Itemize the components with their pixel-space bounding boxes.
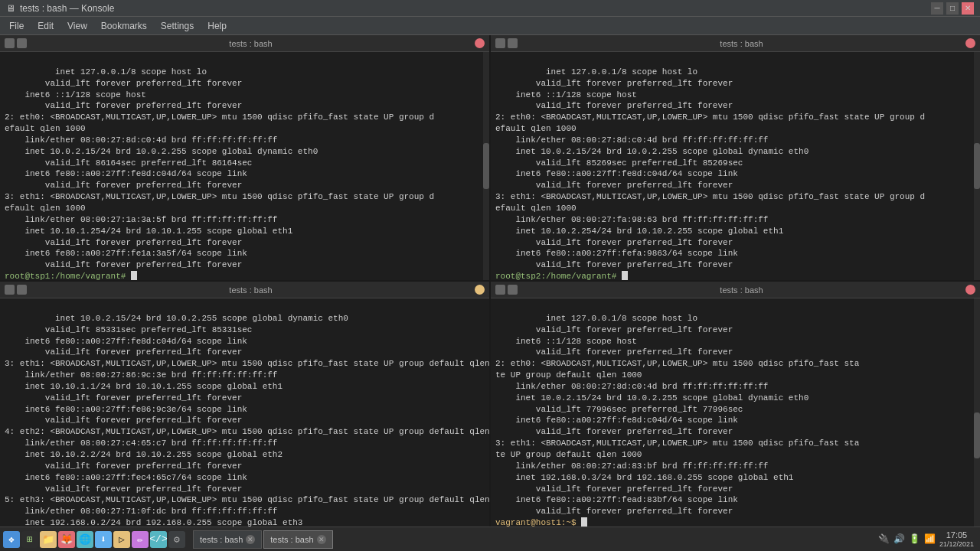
pane-top-right-content[interactable]: inet 127.0.0.1/8 scope host lo valid_lft… <box>491 52 980 280</box>
terminal-output: inet 127.0.0.1/8 scope host lo valid_lft… <box>5 67 434 269</box>
app-browser2-icon[interactable]: 🌐 <box>77 531 93 548</box>
app-editor-icon[interactable]: ✏ <box>132 531 149 548</box>
app-launcher-icon[interactable]: ❖ <box>3 531 20 548</box>
scrollbar-thumb-bottom-right[interactable] <box>974 412 980 458</box>
pane-expand-icon-2[interactable] <box>495 38 505 48</box>
pane-bottom-left: tests : bash inet 10.0.2.15/24 brd 10.0.… <box>0 282 489 527</box>
menu-settings[interactable]: Settings <box>155 19 200 33</box>
pane-close-icon-2[interactable] <box>965 38 975 48</box>
panes-container: tests : bash inet 127.0.0.1/8 scope host… <box>0 35 980 527</box>
pane-bottom-left-controls-right <box>475 285 485 295</box>
pane-expand-icon[interactable] <box>5 38 15 48</box>
pane-split-icon[interactable] <box>17 38 27 48</box>
terminal-output-4: inet 127.0.0.1/8 scope host lo valid_lft… <box>495 314 859 516</box>
pane-bottom-left-header: tests : bash <box>0 282 489 298</box>
prompt-top-left: root@tsp1:/home/vagrant# <box>5 272 126 280</box>
taskbar: ❖ ⊞ 📁 🦊 🌐 ⬇ ▷ ✏ </> ⚙ tests : bash ✕ tes… <box>0 527 980 551</box>
app-browser1-icon[interactable]: 🦊 <box>58 531 75 548</box>
pane-top-right-title: tests : bash <box>518 39 965 48</box>
tray-time-value: 17:05 <box>939 530 974 540</box>
pane-split-icon-2[interactable] <box>508 38 518 48</box>
system-tray: 🔌 🔊 🔋 📶 17:05 21/12/2021 <box>878 530 977 549</box>
pane-expand-icon-4[interactable] <box>495 285 505 295</box>
prompt-top-right: root@tsp2:/home/vagrant# <box>495 272 616 280</box>
title-bar: 🖥 tests : bash — Konsole ─ □ ✕ <box>0 0 980 17</box>
pane-bottom-left-controls-left <box>5 285 27 295</box>
tray-clock: 17:05 21/12/2021 <box>939 530 974 549</box>
pane-bottom-right-title: tests : bash <box>518 285 965 295</box>
window-title: tests : bash — Konsole <box>20 3 114 14</box>
taskbar-tab-1[interactable]: tests : bash ✕ <box>263 530 332 549</box>
pane-bottom-left-title: tests : bash <box>27 285 475 295</box>
title-bar-left: 🖥 tests : bash — Konsole <box>6 3 114 14</box>
pane-top-right: tests : bash inet 127.0.0.1/8 scope host… <box>491 35 980 280</box>
tray-date-value: 21/12/2021 <box>939 540 974 549</box>
prompt-bottom-right: vagrant@host1:~$ <box>495 518 577 527</box>
cursor-top-left <box>131 271 137 280</box>
app-media-icon[interactable]: ▷ <box>113 531 130 548</box>
pane-bottom-right-controls-right <box>965 285 975 295</box>
menu-help[interactable]: Help <box>201 19 233 33</box>
pane-bottom-left-content[interactable]: inet 10.0.2.15/24 brd 10.0.2.255 scope g… <box>0 298 489 527</box>
cursor-bottom-right <box>581 517 587 527</box>
title-bar-controls: ─ □ ✕ <box>931 2 974 15</box>
taskbar-tab-1-close[interactable]: ✕ <box>317 535 326 544</box>
taskbar-tab-0[interactable]: tests : bash ✕ <box>193 530 262 549</box>
pane-top-left: tests : bash inet 127.0.0.1/8 scope host… <box>0 35 489 280</box>
scrollbar-top-right[interactable] <box>974 52 980 280</box>
taskbar-apps: ⊞ 📁 🦊 🌐 ⬇ ▷ ✏ </> ⚙ <box>21 531 185 548</box>
pane-top-left-controls-right <box>475 38 485 48</box>
pane-bottom-right: tests : bash inet 127.0.0.1/8 scope host… <box>491 282 980 527</box>
close-button[interactable]: ✕ <box>962 2 974 15</box>
scrollbar-thumb-top-left[interactable] <box>483 143 489 189</box>
pane-split-icon-4[interactable] <box>508 285 518 295</box>
pane-bottom-right-header: tests : bash <box>491 282 980 298</box>
pane-split-icon-3[interactable] <box>17 285 27 295</box>
pane-close-icon-3[interactable] <box>475 285 485 295</box>
app-settings-icon[interactable]: ⚙ <box>168 531 185 548</box>
taskbar-tab-0-label: tests : bash <box>200 535 243 544</box>
tray-network-icon[interactable]: 🔌 <box>878 533 890 545</box>
pane-expand-icon-3[interactable] <box>5 285 15 295</box>
taskbar-tab-1-label: tests : bash <box>270 535 313 544</box>
taskbar-tab-0-close[interactable]: ✕ <box>246 535 255 544</box>
app-icon: 🖥 <box>6 3 15 14</box>
pane-top-left-header: tests : bash <box>0 35 489 52</box>
menu-edit[interactable]: Edit <box>31 19 60 33</box>
pane-top-left-content[interactable]: inet 127.0.0.1/8 scope host lo valid_lft… <box>0 52 489 280</box>
scrollbar-bottom-right[interactable] <box>974 298 980 527</box>
pane-close-icon[interactable] <box>475 38 485 48</box>
pane-top-right-controls-right <box>965 38 975 48</box>
pane-bottom-right-controls-left <box>495 285 518 295</box>
pane-bottom-right-content[interactable]: inet 127.0.0.1/8 scope host lo valid_lft… <box>491 298 980 527</box>
pane-top-left-controls-left <box>5 38 27 48</box>
pane-top-right-controls-left <box>495 38 518 48</box>
minimize-button[interactable]: ─ <box>931 2 943 15</box>
pane-close-icon-4[interactable] <box>965 285 975 295</box>
app-files-icon[interactable]: 📁 <box>40 531 57 548</box>
cursor-top-right <box>622 271 628 280</box>
scrollbar-top-left[interactable] <box>483 52 489 280</box>
tray-wifi-icon[interactable]: 📶 <box>924 533 936 545</box>
menu-bar: File Edit View Bookmarks Settings Help <box>0 17 980 35</box>
app-terminal-icon[interactable]: ⊞ <box>21 531 38 548</box>
menu-file[interactable]: File <box>3 19 30 33</box>
terminal-output-2: inet 127.0.0.1/8 scope host lo valid_lft… <box>495 67 925 269</box>
menu-view[interactable]: View <box>61 19 93 33</box>
tray-audio-icon[interactable]: 🔊 <box>893 533 906 545</box>
pane-top-left-title: tests : bash <box>27 39 475 48</box>
maximize-button[interactable]: □ <box>946 2 959 15</box>
scrollbar-thumb-top-right[interactable] <box>974 143 980 189</box>
app-download-icon[interactable]: ⬇ <box>95 531 112 548</box>
app-code-icon[interactable]: </> <box>150 531 167 548</box>
terminal-output-3: inet 10.0.2.15/24 brd 10.0.2.255 scope g… <box>5 314 489 527</box>
tray-battery-icon[interactable]: 🔋 <box>909 533 921 545</box>
pane-top-right-header: tests : bash <box>491 35 980 52</box>
menu-bookmarks[interactable]: Bookmarks <box>95 19 153 33</box>
